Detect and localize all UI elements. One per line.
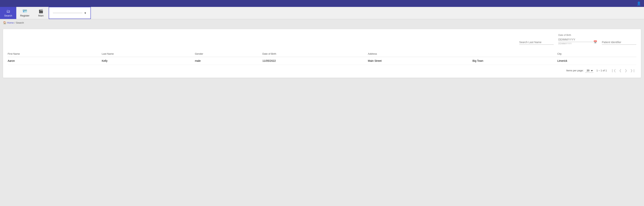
nav-register-label: Register	[20, 14, 29, 17]
table-header-row: First Name Last Name Gender Date of Birt…	[8, 51, 636, 57]
nav-search-label: Search	[4, 14, 12, 17]
prev-page-button[interactable]: ❮	[618, 68, 623, 73]
breadcrumb-separator: /	[14, 21, 15, 24]
nav-main[interactable]: 🎬 Main	[33, 7, 49, 19]
col-dob: Date of Birth	[262, 51, 368, 57]
cell-6: Limerick	[557, 57, 636, 65]
pagination-controls: ❙❮ ❮ ❯ ❯❙	[610, 68, 636, 73]
user-icon[interactable]: 👤	[637, 1, 641, 6]
cell-1: Kelly	[102, 57, 195, 65]
col-address: Address	[368, 51, 472, 57]
items-per-page-label: Items per page:	[566, 69, 584, 72]
dob-filter: Date of Birth 📅 DD/MM/YYYY	[558, 34, 597, 45]
cell-4: Main Street	[368, 57, 472, 65]
nav-search[interactable]: 🗂 Search	[0, 7, 16, 19]
nav-dropdown[interactable]: ▼	[49, 7, 91, 19]
register-nav-icon: 🪪	[22, 9, 27, 14]
nav-dropdown-line	[53, 13, 82, 13]
patient-id-input[interactable]	[602, 40, 636, 45]
last-name-input[interactable]	[519, 40, 554, 45]
main-content: Date of Birth 📅 DD/MM/YYYY First Name La…	[0, 26, 644, 81]
pagination-bar: Items per page: 5102050 1 – 1 of 1 ❙❮ ❮ …	[8, 68, 636, 73]
nav-dropdown-inner: ▼	[53, 12, 87, 15]
nav-bar: 🗂 Search 🪪 Register 🎬 Main ▼	[0, 7, 644, 19]
items-per-page-select[interactable]: 5102050	[585, 69, 594, 73]
calendar-icon[interactable]: 📅	[594, 40, 597, 44]
table-row[interactable]: AaronKellymale11/05/2022Main StreetBig T…	[8, 57, 636, 65]
cell-3: 11/05/2022	[262, 57, 368, 65]
next-page-button[interactable]: ❯	[624, 68, 628, 73]
col-last-name: Last Name	[102, 51, 195, 57]
app-bar: 👤	[0, 0, 644, 7]
breadcrumb-current: Search	[16, 21, 24, 24]
cell-5: Big Town	[472, 57, 557, 65]
breadcrumb-home-link[interactable]: Home	[7, 21, 14, 24]
first-page-button[interactable]: ❙❮	[610, 68, 617, 73]
home-icon: 🏠	[3, 21, 6, 24]
search-card: Date of Birth 📅 DD/MM/YYYY First Name La…	[3, 29, 641, 78]
cell-0: Aaron	[8, 57, 102, 65]
items-per-page: Items per page: 5102050	[566, 69, 593, 73]
pagination-range: 1 – 1 of 1	[596, 69, 607, 72]
col-first-name: First Name	[8, 51, 102, 57]
breadcrumb: 🏠 Home / Search	[0, 19, 644, 26]
main-nav-icon: 🎬	[38, 9, 43, 14]
dob-label: Date of Birth	[558, 34, 597, 37]
search-filters: Date of Birth 📅 DD/MM/YYYY	[8, 34, 636, 45]
results-table: First Name Last Name Gender Date of Birt…	[8, 51, 636, 65]
col-address2	[472, 51, 557, 57]
last-page-button[interactable]: ❯❙	[629, 68, 636, 73]
last-name-filter	[519, 40, 554, 45]
cell-2: male	[195, 57, 262, 65]
col-gender: Gender	[195, 51, 262, 57]
nav-main-label: Main	[38, 14, 44, 17]
dropdown-arrow-icon: ▼	[84, 12, 87, 15]
patient-id-filter	[602, 40, 636, 45]
search-nav-icon: 🗂	[6, 9, 10, 14]
dob-input[interactable]	[558, 37, 597, 42]
nav-register[interactable]: 🪪 Register	[16, 7, 33, 19]
col-city: City	[557, 51, 636, 57]
dob-hint: DD/MM/YYYY	[558, 42, 597, 45]
